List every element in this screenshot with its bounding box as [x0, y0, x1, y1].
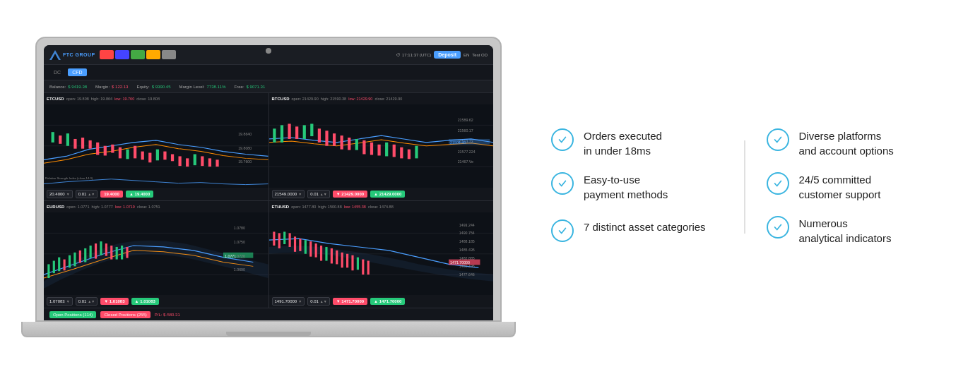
sell-eurusd-btn[interactable]: ▼ 1.01083 — [100, 298, 128, 305]
chart-btcusd-header: BTCUSD open: 21429.90 high: 21590.38 low… — [269, 93, 494, 104]
sell-btcusd-btn[interactable]: ▼ 21429.0000 — [333, 191, 367, 198]
chart-eurusd-header: EURUSD open: 1.0771 high: 1.0777 low: 1.… — [44, 201, 268, 212]
svg-rect-53 — [400, 147, 403, 159]
svg-rect-14 — [119, 147, 122, 159]
svg-rect-69 — [64, 259, 66, 270]
check-icon-payment — [551, 172, 574, 195]
svg-rect-10 — [89, 140, 92, 149]
buy-ethusd-btn[interactable]: ▲ 1471.70000 — [370, 298, 405, 305]
laptop-hinge — [226, 332, 311, 336]
svg-rect-20 — [163, 152, 166, 160]
buy-etcusd-btn[interactable]: ▲ 19.4000 — [126, 191, 153, 198]
svg-rect-67 — [53, 260, 55, 273]
svg-rect-22 — [179, 156, 182, 166]
svg-rect-70 — [69, 255, 71, 267]
feature-diverse-platforms: Diverse platformsand account options — [745, 128, 952, 158]
margin-level-item: Margin Level: 7738.11% — [179, 85, 225, 89]
svg-rect-52 — [392, 145, 395, 157]
svg-rect-23 — [186, 158, 189, 167]
balance-bar: Balance: $ 9419.38 Margin: $ 122.13 Equi… — [44, 80, 493, 93]
svg-rect-48 — [362, 140, 365, 155]
chart-etcusd-body: 19.8640 19.8080 19.7600 Relative Strengt… — [44, 104, 268, 188]
svg-rect-77 — [105, 243, 107, 256]
svg-rect-19 — [156, 150, 159, 161]
svg-rect-40 — [302, 125, 305, 139]
svg-rect-108 — [362, 259, 364, 275]
feature-indicators-text: Numerousanalytical indicators — [799, 216, 892, 246]
svg-text:19.8080: 19.8080 — [238, 146, 252, 150]
open-positions-tab[interactable]: Open Positions (114) — [49, 311, 96, 318]
main-container: FTC GROUP ⏱ 17:11:37 (UTC) Depos — [0, 0, 980, 374]
chart-etcusd: ETCUSD open: 19.808 high: 19.864 low: 19… — [44, 93, 268, 200]
svg-rect-95 — [293, 236, 295, 252]
svg-rect-26 — [208, 158, 211, 167]
features-panel: Orders executedin under 18ms Diverse pla… — [537, 114, 952, 260]
svg-rect-47 — [355, 139, 358, 150]
check-icon-assets — [551, 219, 574, 242]
svg-rect-42 — [317, 128, 320, 143]
laptop-screen-outer: FTC GROUP ⏱ 17:11:37 (UTC) Depos — [35, 37, 502, 322]
deposit-button[interactable]: Deposit — [434, 51, 461, 59]
svg-rect-13 — [111, 145, 114, 153]
svg-rect-21 — [171, 155, 174, 162]
svg-rect-15 — [126, 150, 129, 159]
svg-text:21560.17: 21560.17 — [457, 128, 473, 133]
svg-rect-71 — [73, 252, 76, 266]
sub-bar: DC CFD — [44, 65, 493, 80]
tab-cfd[interactable]: CFD — [68, 68, 86, 76]
laptop-screen: FTC GROUP ⏱ 17:11:37 (UTC) Depos — [44, 45, 493, 320]
svg-rect-103 — [336, 250, 338, 264]
svg-rect-7 — [66, 133, 69, 146]
svg-text:1471.70000: 1471.70000 — [450, 260, 470, 265]
svg-rect-74 — [90, 246, 92, 258]
svg-rect-50 — [377, 145, 380, 156]
sell-ethusd-btn[interactable]: ▼ 1471.70000 — [333, 298, 367, 305]
check-icon-indicators — [767, 216, 789, 239]
buy-btcusd-btn[interactable]: ▲ 21429.0000 — [370, 191, 405, 198]
svg-rect-8 — [73, 139, 76, 149]
svg-rect-75 — [95, 243, 97, 259]
svg-text:1488.185: 1488.185 — [459, 239, 474, 243]
svg-rect-41 — [310, 123, 313, 136]
svg-rect-96 — [299, 239, 301, 251]
bottom-bar: Open Positions (114) Closed Positions (2… — [44, 308, 493, 320]
buy-eurusd-btn[interactable]: ▲ 1.01083 — [131, 298, 159, 305]
svg-rect-104 — [341, 252, 343, 267]
svg-text:Relative Strength Index (close: Relative Strength Index (close,14.0) — [45, 176, 93, 180]
svg-text:1490.754: 1490.754 — [459, 231, 474, 235]
logo: FTC GROUP — [49, 50, 95, 60]
svg-text:19.7600: 19.7600 — [238, 159, 252, 164]
sell-etcusd-btn[interactable]: 19.4000 — [100, 191, 123, 198]
svg-rect-78 — [110, 246, 112, 260]
feature-assets: 7 distinct asset categories — [537, 219, 744, 242]
feature-orders-executed: Orders executedin under 18ms — [537, 128, 744, 158]
svg-rect-105 — [346, 253, 348, 267]
feature-orders-text: Orders executedin under 18ms — [584, 128, 662, 158]
svg-rect-76 — [100, 241, 102, 255]
svg-rect-66 — [47, 264, 49, 278]
chart-ethusd-header: ETHUSD open: 1477.80 high: 1500.88 low: … — [269, 201, 494, 212]
svg-text:1493.244: 1493.244 — [459, 222, 474, 227]
chart-etcusd-footer: 20.4000▼ 0.01▲▼ 19.4000 ▲ 19.4000 — [44, 188, 268, 200]
svg-rect-72 — [79, 250, 81, 263]
check-icon-support — [767, 172, 789, 195]
svg-rect-17 — [141, 152, 144, 160]
check-icon-orders — [551, 128, 574, 151]
laptop-webcam — [266, 48, 271, 54]
tab-dc[interactable]: DC — [49, 68, 65, 76]
margin-item: Margin: $ 122.13 — [95, 85, 128, 89]
svg-rect-45 — [340, 135, 343, 150]
chart-ethusd-body: 1493.244 1490.754 1488.185 1485.435 1482… — [269, 212, 494, 296]
laptop-base — [21, 322, 516, 337]
lang-selector: EN — [464, 53, 469, 57]
svg-text:21589.62: 21589.62 — [457, 119, 473, 123]
svg-text:21504.40: 21504.40 — [450, 140, 466, 145]
chart-ethusd: ETHUSD open: 1477.80 high: 1500.88 low: … — [269, 201, 494, 308]
svg-rect-38 — [288, 123, 290, 139]
svg-rect-24 — [194, 155, 196, 166]
svg-rect-94 — [288, 233, 290, 247]
closed-positions-tab[interactable]: Closed Positions (255) — [100, 311, 150, 318]
svg-rect-109 — [367, 260, 369, 275]
svg-rect-106 — [351, 255, 353, 270]
svg-rect-46 — [348, 138, 350, 150]
